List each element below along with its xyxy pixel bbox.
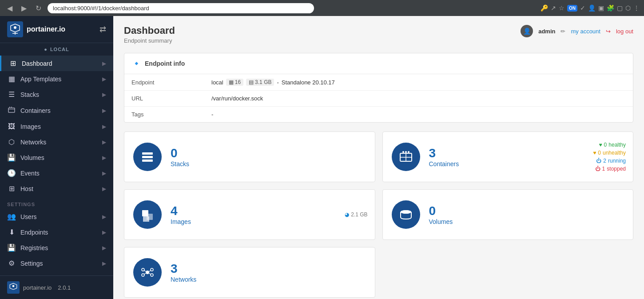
widget-stacks[interactable]: 0 Stacks [124, 132, 375, 182]
sidebar-item-stacks[interactable]: ☰ Stacks ▶ [0, 87, 113, 102]
sidebar-item-containers[interactable]: Containers ▶ [0, 102, 113, 119]
volumes-svg-icon [399, 207, 413, 222]
host-icon: ⊞ [7, 184, 16, 193]
sidebar-item-dashboard[interactable]: ⊞ Dashboard ▶ [0, 56, 113, 71]
user-avatar: 👤 [521, 25, 533, 37]
endpoint-row-endpoint: Endpoint local ▦ 16 ▤ 3.1 GB - Standalon… [124, 74, 633, 91]
my-account-link[interactable]: my account [571, 28, 600, 35]
dashboard-arrow-icon: ▶ [102, 60, 106, 67]
svg-point-12 [405, 151, 407, 153]
footer-portainer-text: portainer.io [23, 284, 52, 291]
log-out-link[interactable]: log out [616, 28, 633, 35]
sidebar-item-networks[interactable]: ⬡ Networks ▶ [0, 134, 113, 150]
networks-svg-icon [140, 265, 155, 279]
sidebar-item-networks-label: Networks [20, 139, 46, 146]
sidebar-item-stacks-label: Stacks [20, 91, 39, 98]
sidebar-item-registries[interactable]: 💾 Registries ▶ [0, 240, 113, 255]
svg-rect-9 [142, 159, 153, 162]
app-templates-icon: ▦ [7, 75, 16, 83]
sidebar-item-volumes[interactable]: 💾 Volumes ▶ [0, 150, 113, 165]
stacks-icon: ☰ [7, 90, 16, 99]
pie-chart-icon: ◕ [345, 211, 349, 218]
sidebar-item-users[interactable]: 👥 Users ▶ [0, 209, 113, 224]
widget-networks[interactable]: 3 Networks [124, 247, 375, 298]
back-button[interactable]: ◀ [4, 3, 15, 13]
endpoint-label-tags: Tags [131, 111, 211, 118]
endpoint-local-name: local [211, 79, 223, 86]
local-label-text: LOCAL [50, 47, 69, 52]
sidebar-item-images-label: Images [20, 123, 41, 130]
events-arrow-icon: ▶ [102, 170, 106, 176]
endpoint-info-header: 🔹 Endpoint info [124, 53, 633, 74]
sidebar-item-volumes-label: Volumes [20, 154, 44, 161]
svg-point-4 [11, 107, 12, 108]
page-title: Dashboard [124, 25, 175, 36]
healthy-label: healthy [608, 142, 626, 148]
images-arrow-icon: ▶ [102, 124, 106, 130]
unhealthy-label: unhealthy [603, 150, 626, 156]
refresh-button[interactable]: ↻ [33, 3, 44, 13]
volumes-widget-info: 0 Volumes [429, 204, 453, 225]
sidebar-logo: portainer.io ⇄ [0, 16, 113, 43]
app-templates-arrow-icon: ▶ [102, 76, 106, 82]
check-icon: ✓ [580, 4, 585, 12]
users-arrow-icon: ▶ [102, 214, 106, 220]
widget-volumes[interactable]: 0 Volumes [382, 189, 634, 240]
images-size: 2.1 GB [351, 211, 367, 218]
profile-icon: 👤 [588, 4, 596, 12]
endpoint-info-card: 🔹 Endpoint info Endpoint local ▦ 16 ▤ 3.… [124, 53, 633, 123]
endpoint-value-tags: - [211, 111, 213, 118]
star-icon: ☆ [559, 4, 564, 12]
svg-point-6 [12, 285, 15, 287]
sidebar-item-settings[interactable]: ⚙ Settings ▶ [0, 255, 113, 271]
stacks-label: Stacks [171, 160, 189, 167]
stacks-arrow-icon: ▶ [102, 92, 106, 98]
sidebar-item-containers-label: Containers [20, 107, 51, 114]
widget-containers[interactable]: 3 Containers ♥ 0 healthy ♥ 0 unhealthy [382, 132, 634, 182]
sidebar-item-host[interactable]: ⊞ Host ▶ [0, 181, 113, 196]
endpoint-standalone: Standalone 20.10.17 [282, 79, 335, 86]
containers-svg-icon [399, 150, 413, 164]
sidebar-item-images[interactable]: 🖼 Images ▶ [0, 119, 113, 134]
sidebar-item-registries-label: Registries [20, 244, 48, 251]
forward-button[interactable]: ▶ [19, 3, 29, 13]
address-bar[interactable]: localhost:9000/#!/1/docker/dashboard [48, 3, 314, 13]
networks-count: 3 [171, 262, 196, 276]
volumes-arrow-icon: ▶ [102, 155, 106, 161]
heart-unhealthy-icon: ♥ [593, 150, 596, 156]
endpoint-label-endpoint: Endpoint [131, 79, 211, 86]
svg-point-19 [146, 271, 149, 274]
widget-images[interactable]: 4 Images ◕ 2.1 GB [124, 189, 375, 240]
images-count: 4 [171, 204, 191, 218]
page-subtitle: Endpoint summary [124, 37, 175, 44]
svg-line-26 [144, 273, 146, 275]
sidebar-item-settings-label: Settings [20, 260, 43, 267]
sidebar-item-endpoints[interactable]: ⬇ Endpoints ▶ [0, 224, 113, 240]
svg-point-11 [402, 151, 404, 153]
page-title-area: Dashboard Endpoint summary [124, 25, 175, 44]
sidebar-item-events-label: Events [20, 170, 40, 177]
memory-badge: ▤ 3.1 GB [246, 79, 274, 86]
svg-rect-7 [142, 152, 153, 155]
svg-line-27 [149, 273, 151, 275]
sidebar-toggle-icon[interactable]: ⇄ [99, 24, 106, 34]
cpu-count: 16 [235, 79, 241, 85]
menu-icon: ⋮ [633, 4, 640, 12]
stacks-svg-icon [140, 150, 155, 164]
sidebar-item-events[interactable]: 🕒 Events ▶ [0, 165, 113, 181]
svg-line-25 [149, 271, 151, 272]
local-dot: ● [44, 47, 48, 52]
containers-widget-info: 3 Containers [429, 146, 459, 167]
svg-point-3 [9, 107, 10, 108]
dashboard-icon: ⊞ [8, 59, 17, 68]
svg-point-18 [401, 210, 411, 214]
sidebar-item-app-templates[interactable]: ▦ App Templates ▶ [0, 71, 113, 87]
svg-point-13 [408, 151, 409, 153]
extension-on-badge: ON [567, 5, 577, 12]
running-label: running [608, 158, 626, 164]
sidebar-item-dashboard-label: Dashboard [22, 60, 52, 67]
cpu-icon: ▦ [229, 79, 234, 85]
sidebar-item-images-left: 🖼 Images [7, 123, 41, 131]
cpu-count-badge: ▦ 16 [226, 79, 243, 86]
healthy-count: 0 [604, 142, 607, 148]
